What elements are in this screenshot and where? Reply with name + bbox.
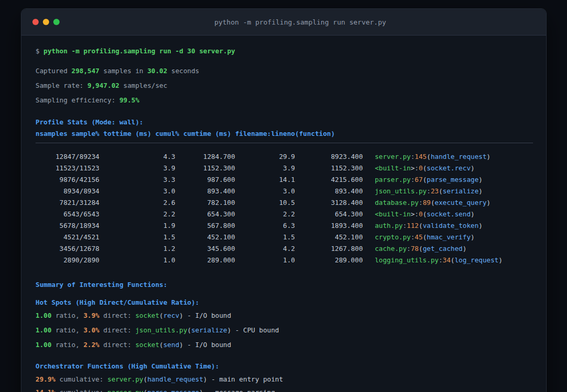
direct-label: direct:: [99, 312, 135, 319]
nsamples-cell: 8934/8934: [36, 186, 99, 197]
orchestrator-note: - main entry point: [207, 375, 283, 383]
cumul-pct-cell: 4.2: [235, 243, 295, 255]
filename: server.py: [108, 375, 144, 383]
close-window-icon[interactable]: [32, 19, 39, 25]
function-name: serialize: [443, 187, 479, 195]
profile-row: 6543/65432.2654.3002.2654.300<built-in>:…: [36, 209, 532, 220]
captured-line: Captured 298,547 samples in 30.02 second…: [36, 66, 532, 76]
hot-spot-row: 1.00 ratio, 3.9% direct: socket(recv) - …: [36, 310, 532, 321]
profile-columns-header: nsamples sample% tottime (ms) cumul% cum…: [36, 129, 532, 139]
nsamples-cell: 2890/2890: [36, 255, 99, 266]
prompt-symbol: $: [36, 47, 43, 55]
ratio-label: ratio,: [52, 341, 84, 349]
paren-close: ): [179, 312, 183, 319]
lineno: 78: [411, 245, 419, 252]
hot-target: json_utils.py: [135, 326, 187, 334]
lineno: 112: [407, 222, 419, 229]
hot-arg: recv: [163, 312, 179, 319]
paren-open: (: [423, 233, 427, 241]
cumul-pct-cell: 3.0: [235, 186, 295, 197]
filename: <built-in: [375, 164, 411, 172]
paren-close: ): [199, 388, 203, 392]
file-colon: :: [411, 176, 415, 183]
hot-arg: serialize: [191, 326, 227, 334]
cumtime-cell: 893.400: [295, 186, 363, 197]
function-name: parse_message: [427, 176, 479, 183]
paren-open: (: [438, 187, 443, 195]
command-text: python -m profiling.sampling run -d 30 s…: [43, 47, 235, 55]
hot-note: - CPU bound: [231, 326, 279, 334]
nsamples-cell: 7821/31284: [36, 197, 99, 209]
tottime-cell: 452.100: [175, 232, 235, 243]
filename: parser.py: [108, 388, 144, 392]
ratio-label: ratio,: [52, 326, 84, 334]
lineno: 34: [443, 256, 450, 264]
cumtime-cell: 1267.800: [295, 243, 363, 255]
function-name: get_cached: [423, 245, 462, 252]
function-name: socket.send: [427, 210, 471, 218]
rate-tail: samples/sec: [119, 82, 167, 89]
orchestrator-row: 29.9% cumulative: server.py(handle_reque…: [36, 374, 532, 385]
filename: parser.py: [375, 176, 411, 183]
file-colon: :: [427, 187, 431, 195]
cumul-pct-cell: 3.9: [235, 163, 295, 174]
ratio-value: 1.00: [36, 341, 52, 349]
file-colon: :: [419, 199, 423, 206]
profile-table: 12847/892344.31284.70029.98923.400server…: [36, 151, 532, 266]
rate-value: 9,947.02: [87, 82, 119, 89]
paren-open: (: [427, 153, 431, 160]
file-colon: :: [407, 245, 411, 252]
paren-close: ): [487, 199, 491, 206]
paren-open: (: [419, 222, 423, 229]
maximize-window-icon[interactable]: [53, 19, 60, 25]
captured-tail: seconds: [167, 67, 199, 75]
minimize-window-icon[interactable]: [43, 19, 49, 25]
efficiency-label: Sampling efficiency:: [36, 96, 119, 104]
ratio-label: ratio,: [52, 312, 84, 319]
cumul-pct-cell: 1.5: [235, 232, 295, 243]
direct-pct: 2.2%: [84, 341, 100, 349]
direct-pct: 3.0%: [84, 326, 100, 334]
table-divider: [36, 143, 533, 143]
function-name: validate_token: [423, 222, 479, 229]
paren-close: ): [471, 210, 475, 218]
sample-pct-cell: 1.0: [99, 255, 175, 266]
hot-target: socket: [135, 312, 159, 319]
nsamples-cell: 3456/12678: [36, 243, 99, 255]
cumtime-cell: 8923.400: [295, 151, 363, 163]
cumtime-cell: 1152.300: [295, 163, 363, 174]
hot-arg: send: [163, 341, 179, 349]
rate-label: Sample rate:: [36, 82, 87, 89]
profile-row: 2890/28901.0289.0001.0289.000logging_uti…: [36, 255, 532, 266]
hot-spot-row: 1.00 ratio, 3.0% direct: json_utils.py(s…: [36, 325, 532, 336]
nsamples-cell: 4521/4521: [36, 232, 99, 243]
cumtime-cell: 1893.400: [295, 220, 363, 232]
hot-note: - I/O bound: [183, 341, 232, 349]
filename-suffix: >: [411, 210, 415, 218]
filename-suffix: >: [411, 164, 415, 172]
sample-pct-cell: 1.9: [99, 220, 175, 232]
sample-pct-cell: 1.5: [99, 232, 175, 243]
tottime-cell: 654.300: [175, 209, 235, 220]
ratio-value: 1.00: [36, 326, 52, 334]
paren-close: ): [479, 187, 483, 195]
cumulative-label: cumulative:: [55, 375, 107, 383]
title-bar: python -m profiling.sampling run server.…: [21, 9, 546, 36]
profile-row: 3456/126781.2345.6004.21267.800cache.py:…: [36, 243, 532, 255]
sample-pct-cell: 3.9: [99, 163, 175, 174]
orchestrator-row: 14.1% cumulative: parser.py(parse_messag…: [36, 387, 532, 392]
profile-stats-heading: Profile Stats (Mode: wall):: [36, 117, 532, 128]
nsamples-cell: 12847/89234: [36, 151, 99, 163]
captured-value: 298,547: [72, 67, 99, 75]
orchestrator-heading: Orchestrator Functions (High Cumulative …: [36, 361, 532, 372]
lineno: 0: [419, 210, 423, 218]
hot-spot-row: 1.00 ratio, 2.2% direct: socket(send) - …: [36, 340, 532, 350]
paren-open: (: [423, 176, 427, 183]
terminal-window: python -m profiling.sampling run server.…: [21, 8, 547, 392]
captured-mid: samples in: [99, 67, 147, 75]
filename: cache.py: [375, 245, 407, 252]
tottime-cell: 345.600: [175, 243, 235, 255]
lineno: 89: [423, 199, 431, 206]
paren-open: (: [431, 199, 435, 206]
profile-row: 11523/115233.91152.3003.91152.300<built-…: [36, 163, 532, 174]
